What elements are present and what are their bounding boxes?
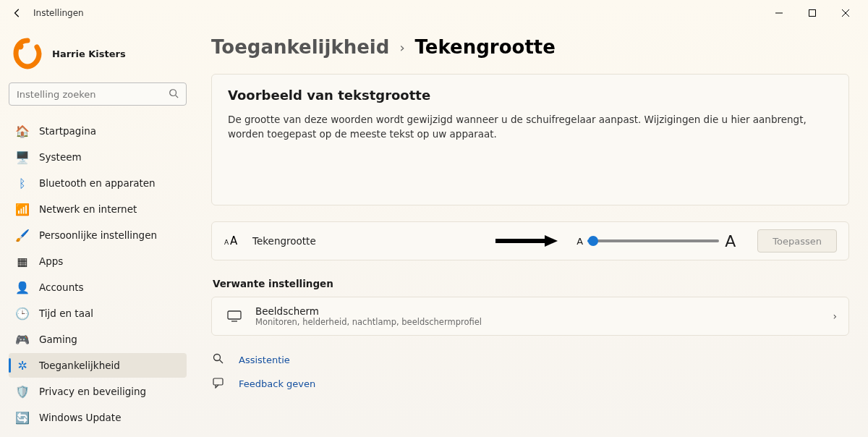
search-icon	[169, 88, 179, 101]
monitor-icon	[226, 310, 242, 322]
titlebar: Instellingen	[0, 0, 868, 26]
sidebar-item-apps[interactable]: ▦Apps	[9, 249, 187, 273]
apps-icon: ▦	[16, 255, 29, 268]
bluetooth-icon: ᛒ	[16, 177, 29, 190]
text-size-row: AA Tekengrootte A A Toepassen	[211, 221, 849, 260]
sidebar-item-label: Accounts	[39, 281, 84, 293]
sidebar-item-system[interactable]: 🖥️Systeem	[9, 145, 187, 169]
sidebar-item-update[interactable]: 🔄Windows Update	[9, 405, 187, 430]
preview-heading: Voorbeeld van tekstgrootte	[228, 88, 833, 103]
sidebar-item-bluetooth[interactable]: ᛒBluetooth en apparaten	[9, 171, 187, 195]
chevron-right-icon: ›	[833, 310, 837, 322]
apply-button[interactable]: Toepassen	[757, 229, 837, 253]
breadcrumb-parent[interactable]: Toegankelijkheid	[211, 36, 389, 58]
profile-block[interactable]: Harrie Kisters	[9, 33, 187, 82]
clock-icon: 🕒	[16, 307, 29, 321]
sidebar-item-label: Tijd en taal	[39, 307, 93, 319]
sidebar-item-accessibility[interactable]: ✲Toegankelijkheid	[9, 353, 187, 378]
person-icon: 👤	[16, 281, 29, 294]
svg-point-13	[214, 355, 221, 361]
sidebar-item-personalization[interactable]: 🖌️Persoonlijke instellingen	[9, 223, 187, 247]
sidebar: Harrie Kisters 🏠Startpagina 🖥️Systeem ᛒB…	[0, 26, 195, 437]
display-subtitle: Monitoren, helderheid, nachtlamp, beelds…	[255, 317, 482, 327]
svg-rect-1	[809, 10, 816, 17]
sidebar-item-label: Apps	[39, 255, 63, 267]
search-input[interactable]	[17, 89, 169, 100]
assist-link[interactable]: Assistentie	[213, 353, 849, 367]
sidebar-item-gaming[interactable]: 🎮Gaming	[9, 327, 187, 352]
back-button[interactable]	[6, 3, 29, 23]
display-settings-row[interactable]: Beeldscherm Monitoren, helderheid, nacht…	[211, 297, 849, 336]
feedback-label: Feedback geven	[239, 378, 315, 389]
search-box[interactable]	[9, 82, 187, 106]
svg-rect-15	[213, 378, 223, 385]
slider-thumb[interactable]	[588, 236, 598, 246]
assist-icon	[213, 353, 226, 367]
sidebar-item-label: Systeem	[39, 151, 82, 163]
svg-point-4	[17, 43, 24, 50]
related-heading: Verwante instellingen	[213, 278, 849, 289]
accessibility-icon: ✲	[16, 359, 29, 373]
close-button[interactable]	[829, 3, 862, 23]
system-icon: 🖥️	[16, 150, 29, 164]
sidebar-item-label: Bluetooth en apparaten	[39, 177, 156, 189]
svg-line-6	[176, 95, 179, 98]
sidebar-item-privacy[interactable]: 🛡️Privacy en beveiliging	[9, 379, 187, 404]
nav-list: 🏠Startpagina 🖥️Systeem ᛒBluetooth en app…	[9, 119, 187, 430]
preview-body: De grootte van deze woorden wordt gewijz…	[228, 113, 821, 192]
text-size-label: Tekengrootte	[252, 235, 339, 247]
gamepad-icon: 🎮	[16, 333, 29, 347]
breadcrumb-current: Tekengrootte	[415, 36, 556, 58]
svg-point-5	[170, 89, 176, 96]
main-content: Toegankelijkheid › Tekengrootte Voorbeel…	[195, 26, 868, 437]
preview-card: Voorbeeld van tekstgrootte De grootte va…	[211, 74, 849, 205]
sidebar-item-label: Privacy en beveiliging	[39, 386, 146, 397]
maximize-button[interactable]	[796, 3, 829, 23]
svg-marker-10	[545, 235, 558, 247]
svg-text:A: A	[230, 234, 238, 247]
feedback-link[interactable]: Feedback geven	[213, 377, 849, 391]
home-icon: 🏠	[16, 124, 29, 138]
sidebar-item-label: Persoonlijke instellingen	[39, 229, 157, 241]
svg-line-14	[220, 360, 224, 364]
sidebar-item-label: Toegankelijkheid	[39, 360, 120, 371]
text-size-slider[interactable]	[589, 239, 719, 242]
annotation-arrow-icon	[494, 234, 559, 248]
sidebar-item-time[interactable]: 🕒Tijd en taal	[9, 301, 187, 326]
profile-name: Harrie Kisters	[52, 48, 126, 59]
sidebar-item-label: Windows Update	[39, 412, 121, 423]
display-title: Beeldscherm	[255, 305, 482, 317]
chevron-right-icon: ›	[399, 40, 404, 55]
feedback-icon	[213, 377, 226, 391]
brush-icon: 🖌️	[16, 229, 29, 242]
slider-min-label: A	[576, 236, 583, 247]
avatar	[12, 38, 43, 69]
text-size-icon: AA	[224, 234, 241, 247]
sidebar-item-label: Startpagina	[39, 125, 96, 137]
minimize-button[interactable]	[762, 3, 796, 23]
wifi-icon: 📶	[16, 203, 29, 216]
sidebar-item-accounts[interactable]: 👤Accounts	[9, 275, 187, 300]
sidebar-item-network[interactable]: 📶Netwerk en internet	[9, 197, 187, 221]
sidebar-item-label: Gaming	[39, 334, 77, 345]
slider-max-label: A	[725, 232, 736, 250]
svg-rect-11	[228, 311, 241, 319]
help-links: Assistentie Feedback geven	[211, 353, 849, 391]
sidebar-item-home[interactable]: 🏠Startpagina	[9, 119, 187, 143]
shield-icon: 🛡️	[16, 385, 29, 399]
breadcrumb: Toegankelijkheid › Tekengrootte	[211, 36, 849, 58]
svg-text:A: A	[224, 239, 229, 246]
sidebar-item-label: Netwerk en internet	[39, 203, 137, 215]
assist-label: Assistentie	[239, 355, 290, 365]
update-icon: 🔄	[16, 411, 29, 425]
window-title: Instellingen	[33, 8, 84, 18]
